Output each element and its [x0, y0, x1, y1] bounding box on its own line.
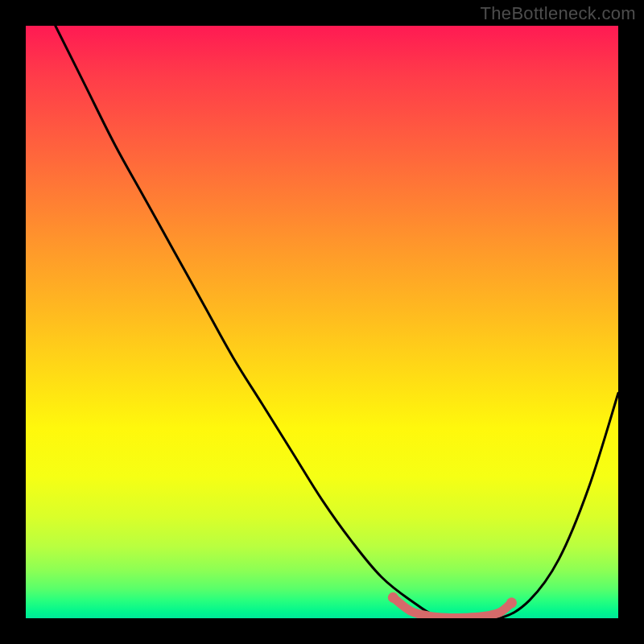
- highlight-start-dot: [388, 592, 398, 603]
- curve-svg: [26, 26, 618, 618]
- bottleneck-curve: [56, 26, 618, 618]
- watermark-text: TheBottleneck.com: [481, 3, 636, 24]
- highlight-end-dot: [506, 597, 517, 608]
- chart-frame: TheBottleneck.com: [0, 0, 644, 644]
- plot-area: [26, 26, 618, 618]
